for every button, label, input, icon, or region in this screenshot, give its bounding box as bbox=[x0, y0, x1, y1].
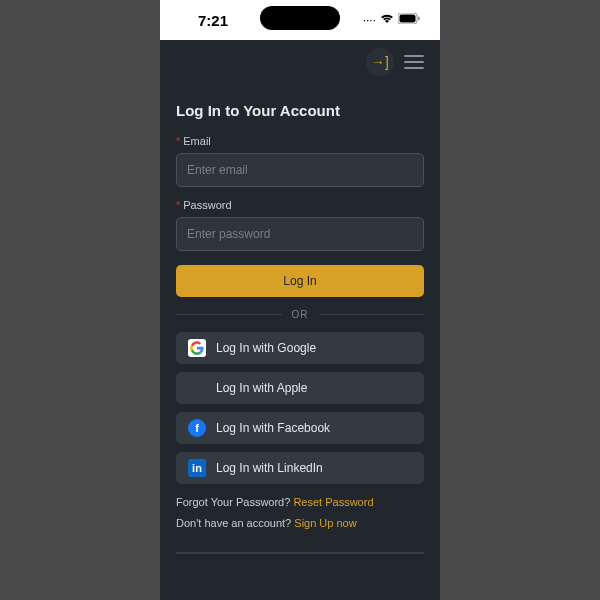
notch bbox=[260, 6, 340, 30]
status-icons: ···· bbox=[363, 13, 420, 27]
email-label: *Email bbox=[176, 135, 424, 147]
battery-icon bbox=[398, 13, 420, 27]
hamburger-icon bbox=[404, 55, 424, 57]
svg-rect-1 bbox=[400, 15, 416, 23]
password-label: *Password bbox=[176, 199, 424, 211]
signup-link[interactable]: Sign Up now bbox=[294, 517, 356, 529]
login-linkedin-button[interactable]: in Log In with LinkedIn bbox=[176, 452, 424, 484]
menu-button[interactable] bbox=[404, 55, 424, 69]
or-divider: OR bbox=[176, 309, 424, 320]
login-icon-button[interactable]: →] bbox=[366, 48, 394, 76]
status-time: 7:21 bbox=[198, 12, 228, 29]
facebook-icon: f bbox=[188, 419, 206, 437]
password-field[interactable] bbox=[176, 217, 424, 251]
app-content: →] Log In to Your Account *Email *Passwo… bbox=[160, 40, 440, 600]
reset-password-link[interactable]: Reset Password bbox=[293, 496, 373, 508]
device-frame: 7:21 ···· →] Log In to Your Account *Ema… bbox=[160, 0, 440, 600]
page-title: Log In to Your Account bbox=[176, 102, 424, 119]
linkedin-icon: in bbox=[188, 459, 206, 477]
linkedin-button-label: Log In with LinkedIn bbox=[216, 461, 323, 475]
app-topbar: →] bbox=[176, 40, 424, 84]
google-icon bbox=[188, 339, 206, 357]
footer-links: Forgot Your Password? Reset Password Don… bbox=[176, 492, 424, 534]
apple-button-label: Log In with Apple bbox=[216, 381, 307, 395]
login-apple-button[interactable]: Log In with Apple bbox=[176, 372, 424, 404]
forgot-prompt: Forgot Your Password? bbox=[176, 496, 293, 508]
facebook-button-label: Log In with Facebook bbox=[216, 421, 330, 435]
login-google-button[interactable]: Log In with Google bbox=[176, 332, 424, 364]
email-field[interactable] bbox=[176, 153, 424, 187]
login-button[interactable]: Log In bbox=[176, 265, 424, 297]
apple-icon bbox=[188, 379, 206, 397]
login-facebook-button[interactable]: f Log In with Facebook bbox=[176, 412, 424, 444]
signup-prompt: Don't have an account? bbox=[176, 517, 294, 529]
svg-rect-2 bbox=[418, 17, 420, 21]
cellular-icon: ···· bbox=[363, 13, 376, 27]
login-arrow-icon: →] bbox=[371, 54, 389, 70]
google-button-label: Log In with Google bbox=[216, 341, 316, 355]
or-label: OR bbox=[292, 309, 309, 320]
bottom-divider bbox=[176, 552, 424, 554]
status-bar: 7:21 ···· bbox=[160, 0, 440, 40]
wifi-icon bbox=[380, 13, 394, 27]
